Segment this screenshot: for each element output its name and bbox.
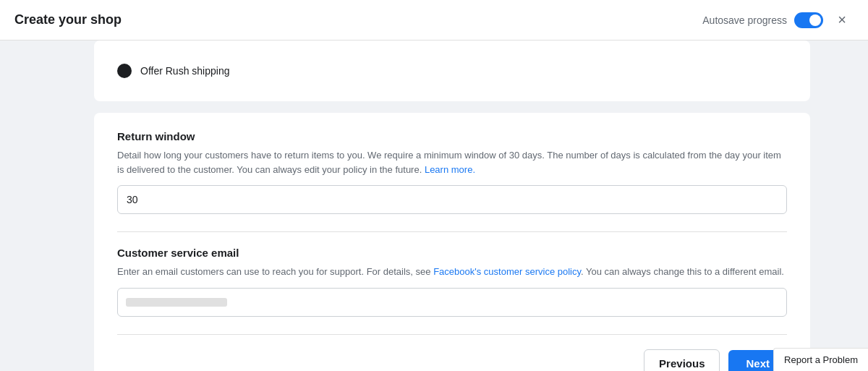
- return-days-highlight: 30 days: [509, 150, 542, 161]
- customer-email-desc: Enter an email customers can use to reac…: [117, 265, 787, 279]
- rush-shipping-label: Offer Rush shipping: [140, 65, 229, 77]
- page-title: Create your shop: [14, 12, 122, 27]
- facebook-policy-link[interactable]: Facebook's customer service policy: [433, 266, 581, 277]
- shipping-row: Offer Rush shipping: [117, 58, 787, 84]
- right-sidebar: [825, 40, 868, 371]
- footer-actions: Previous Next: [117, 349, 787, 372]
- email-desc-part2: . You can always change this to a differ…: [581, 266, 784, 277]
- autosave-label: Autosave progress: [702, 14, 787, 26]
- radio-dot[interactable]: [117, 64, 132, 78]
- return-window-title: Return window: [117, 130, 787, 142]
- return-window-section: Return window Detail how long your custo…: [117, 130, 787, 214]
- customer-email-section: Customer service email Enter an email cu…: [117, 247, 787, 317]
- header: Create your shop Autosave progress ×: [0, 0, 868, 40]
- email-input-wrapper: [117, 288, 787, 317]
- details-card: Return window Detail how long your custo…: [94, 113, 810, 371]
- email-desc-part1: Enter an email customers can use to reac…: [117, 266, 433, 277]
- footer-divider: [117, 334, 787, 335]
- customer-email-input[interactable]: [117, 288, 787, 317]
- shipping-card: Offer Rush shipping: [94, 40, 810, 101]
- autosave-toggle[interactable]: [794, 12, 823, 28]
- close-button[interactable]: ×: [830, 9, 854, 32]
- return-desc-part1: Detail how long your customers have to r…: [117, 150, 509, 161]
- return-window-input[interactable]: [117, 185, 787, 214]
- header-right: Autosave progress ×: [702, 9, 854, 32]
- content-panel: Offer Rush shipping Return window Detail…: [94, 40, 825, 371]
- left-sidebar: [0, 40, 94, 371]
- previous-button[interactable]: Previous: [644, 349, 720, 372]
- main-content: Offer Rush shipping Return window Detail…: [0, 40, 868, 371]
- section-divider: [117, 231, 787, 232]
- toggle-knob: [809, 14, 821, 26]
- learn-more-link[interactable]: Learn more.: [425, 164, 475, 175]
- report-problem-button[interactable]: Report a Problem: [773, 348, 868, 371]
- close-icon: ×: [838, 12, 846, 28]
- toggle-track: [794, 12, 823, 28]
- customer-email-title: Customer service email: [117, 247, 787, 259]
- return-window-desc: Detail how long your customers have to r…: [117, 148, 787, 176]
